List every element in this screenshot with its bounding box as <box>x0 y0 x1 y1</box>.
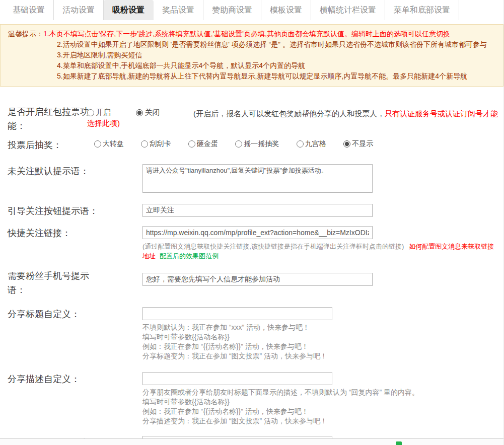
share-title-input[interactable] <box>142 307 332 320</box>
row-lottery: 投票后抽奖： 大转盘 刮刮卡 砸金蛋 摇一摇抽奖 <box>8 138 503 152</box>
lottery-label: 投票后抽奖： <box>8 138 101 152</box>
lottery-scratch-radio[interactable] <box>141 140 148 147</box>
notice-line-4: 4.菜单和底部设置中,手机端底部一共只能显示4个导航，默认显示4个内置的导航 <box>8 60 496 71</box>
row-quick-follow-link: 快捷关注链接： (通过配置图文消息获取快捷关注链接,该快捷链接是指在手机端弹出关… <box>8 226 503 261</box>
tab-fan-attraction-settings[interactable]: 吸粉设置 <box>104 0 154 20</box>
notice-prefix: 温馨提示： <box>8 30 43 38</box>
notice-line-5: 5.如果新建了底部导航,新建的导航将从上往下代替内置导航显示,新建导航可以规定显… <box>8 71 496 82</box>
lottery-goldegg-option[interactable]: 砸金蛋 <box>188 139 218 149</box>
redpacket-on-radio[interactable] <box>87 109 94 116</box>
not-followed-tip-textarea[interactable]: 请进入公众号"tianyilianzhou",回复关键词"投票"参加投票活动。 <box>142 164 373 193</box>
share-desc-label: 分享描述自定义： <box>8 372 101 386</box>
lottery-scratch-option[interactable]: 刮刮卡 <box>141 139 171 149</box>
follow-button-tip-input[interactable] <box>142 204 373 217</box>
fan-settings-form: 是否开启红包拉票功能： 开启 关闭 (开启后，报名人可以发红包奖励帮他分享的人和… <box>0 87 503 445</box>
tab-basic-settings[interactable]: 基础设置 <box>4 0 54 20</box>
lottery-goldegg-radio[interactable] <box>188 140 195 147</box>
lottery-none-radio[interactable] <box>343 140 350 147</box>
row-share-desc: 分享描述自定义： 分享朋友圈或者分享给朋友时标题下面显示的描述，不填则默认为 “… <box>8 372 503 426</box>
quick-follow-link-help: (通过配置图文消息获取快捷关注链接,该快捷链接是指在手机端弹出关注弹框时点击的链… <box>142 242 498 261</box>
lottery-grid-option[interactable]: 九宫格 <box>297 139 326 149</box>
lottery-shake-radio[interactable] <box>235 140 242 147</box>
notice-line: 温馨提示：1.本页不填写点击'保存,下一步'跳过,系统将填充默认值,'基础设置'… <box>8 29 496 39</box>
phone-tip-input[interactable] <box>142 273 373 286</box>
redpacket-on-option[interactable]: 开启 <box>87 108 111 117</box>
lottery-wheel-option[interactable]: 大转盘 <box>94 139 124 149</box>
share-title-help: 不填则默认为：我正在参加 “xxx” 活动，快来参与吧！ 填写时可带参数{{活动… <box>142 323 498 361</box>
redpacket-off-label: 关闭 <box>145 108 160 117</box>
tab-sponsor-settings[interactable]: 赞助商设置 <box>203 0 261 20</box>
lottery-grid-radio[interactable] <box>297 140 304 147</box>
not-followed-tip-label: 未关注默认提示语： <box>8 164 101 178</box>
row-redpacket: 是否开启红包拉票功能： 开启 关闭 (开启后，报名人可以发红包奖励帮他分享的人和… <box>8 105 503 133</box>
row-follow-button-tip: 引导关注按钮提示语： <box>8 204 503 218</box>
tab-banner-stats-settings[interactable]: 横幅统计栏设置 <box>311 0 385 20</box>
tab-prize-settings[interactable]: 奖品设置 <box>154 0 203 20</box>
tab-activity-settings[interactable]: 活动设置 <box>54 0 104 20</box>
save-button[interactable] <box>396 441 402 445</box>
quick-follow-link-input[interactable] <box>142 226 373 239</box>
bottom-bar <box>0 438 503 445</box>
notice-box: 温馨提示：1.本页不填写点击'保存,下一步'跳过,系统将填充默认值,'基础设置'… <box>0 24 503 87</box>
follow-button-tip-label: 引导关注按钮提示语： <box>8 204 101 218</box>
row-not-followed-tip: 未关注默认提示语： 请进入公众号"tianyilianzhou",回复关键词"投… <box>8 164 503 195</box>
redpacket-off-radio[interactable] <box>136 109 143 116</box>
notice-line-3: 3.开启地区限制,需购买短信 <box>8 50 496 60</box>
lottery-shake-option[interactable]: 摇一摇抽奖 <box>235 139 279 149</box>
quick-follow-link-label: 快捷关注链接： <box>8 226 101 240</box>
redpacket-off-option[interactable]: 关闭 <box>136 108 160 117</box>
effect-example-link[interactable]: 配置后的效果图范例 <box>160 252 219 260</box>
share-title-label: 分享标题自定义： <box>8 307 101 321</box>
tab-template-settings[interactable]: 模板设置 <box>261 0 311 20</box>
notice-line-2: 2.活动设置中如果开启了地区限制则 '是否需要粉丝信息' 项必须选择 “是” 。… <box>8 39 496 50</box>
lottery-none-option[interactable]: 不显示 <box>343 139 373 149</box>
row-phone-tip: 需要粉丝手机号提示语： <box>8 269 503 297</box>
settings-page: 基础设置 活动设置 吸粉设置 奖品设置 赞助商设置 模板设置 横幅统计栏设置 菜… <box>0 0 504 445</box>
share-desc-help: 分享朋友圈或者分享给朋友时标题下面显示的描述，不填则默认为 “回复内容” 里的内… <box>142 388 498 426</box>
settings-tab-bar: 基础设置 活动设置 吸粉设置 奖品设置 赞助商设置 模板设置 横幅统计栏设置 菜… <box>0 0 503 20</box>
lottery-wheel-radio[interactable] <box>94 140 101 147</box>
redpacket-on-label: 开启 <box>96 108 111 117</box>
share-desc-input[interactable] <box>142 372 332 385</box>
phone-tip-label: 需要粉丝手机号提示语： <box>8 269 101 297</box>
notice-line-1: 1.本页不填写点击'保存,下一步'跳过,系统将填充默认值,'基础设置'页必填,其… <box>43 30 450 38</box>
row-share-title: 分享标题自定义： 不填则默认为：我正在参加 “xxx” 活动，快来参与吧！ 填写… <box>8 307 503 361</box>
tab-menu-footer-settings[interactable]: 菜单和底部设置 <box>385 0 459 20</box>
